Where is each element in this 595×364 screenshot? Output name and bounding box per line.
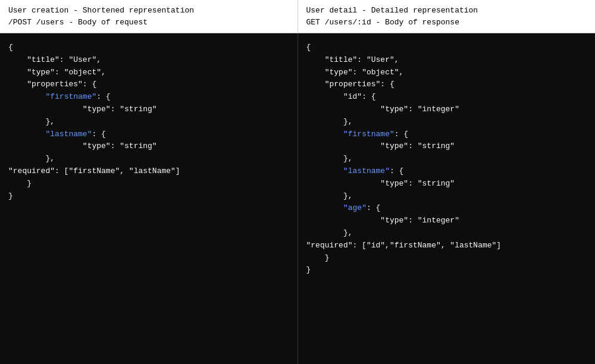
right-header-line1: User detail - Detailed representation (306, 6, 478, 15)
left-code-panel: { "title": "User", "type": "object", "pr… (0, 33, 298, 364)
left-header-line2: /POST /users - Body of request (8, 18, 148, 27)
left-header-line1: User creation - Shortened representation (8, 6, 194, 15)
right-code-panel: { "title": "User", "type": "object", "pr… (298, 33, 596, 364)
right-header: User detail - Detailed representation GE… (298, 0, 596, 33)
content-row: { "title": "User", "type": "object", "pr… (0, 33, 595, 364)
left-header: User creation - Shortened representation… (0, 0, 298, 33)
header-row: User creation - Shortened representation… (0, 0, 595, 33)
right-header-line2: GET /users/:id - Body of response (306, 18, 459, 27)
